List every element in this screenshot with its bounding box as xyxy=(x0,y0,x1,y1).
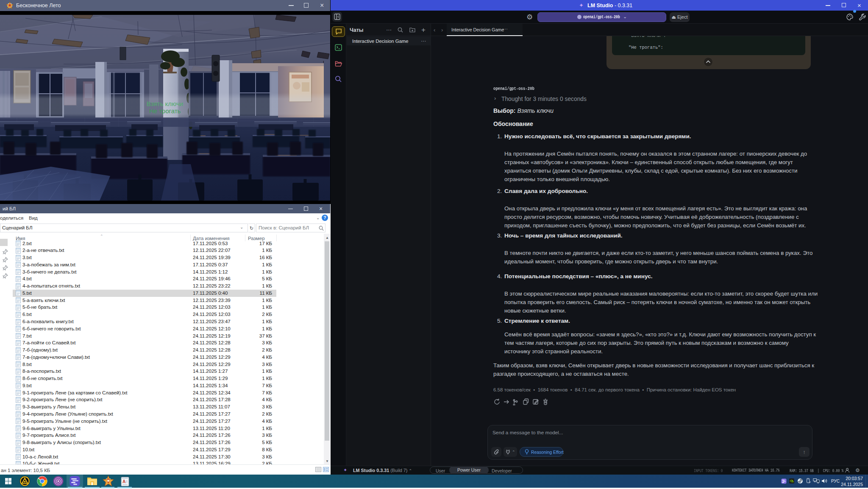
svg-text:Не трогать: Не трогать xyxy=(149,107,181,115)
svg-text:Взять ключи: Взять ключи xyxy=(147,100,183,107)
svg-text:A: A xyxy=(122,479,125,484)
